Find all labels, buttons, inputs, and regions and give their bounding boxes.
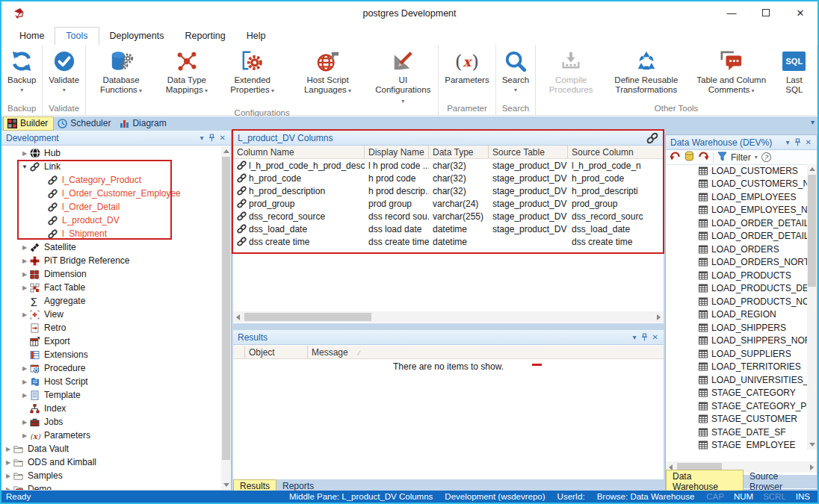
browser-item-load-orders-northwin[interactable]: LOAD_ORDERS_NORTHWIN [666,256,807,270]
menu-tab-help[interactable]: Help [236,28,276,45]
chevron-collapsed-icon[interactable]: ▶ [19,392,30,399]
view-tab-builder[interactable]: Builder [3,116,54,131]
menu-tab-reporting[interactable]: Reporting [174,28,235,45]
table-and-column-comments-button[interactable]: Table and Column Comments ▾ [689,46,774,96]
database-functions-button[interactable]: Database Functions ▾ [88,46,154,96]
tree-item-parameters[interactable]: ▶(x)Parameters [1,429,221,442]
tree-item-retro[interactable]: Retro [1,321,221,335]
tree-item-satellite[interactable]: ▶Satellite [1,240,221,254]
tree-item-l-product-dv[interactable]: L_product_DV [1,214,221,227]
refresh-forward-icon[interactable] [698,152,709,164]
view-tab-diagram[interactable]: Diagram [116,117,171,130]
browser-item-load-territories[interactable]: LOAD_TERRITORIES [666,361,807,374]
tree-item-data-vault[interactable]: ▶Data Vault [1,442,221,455]
tree-item-aggregate[interactable]: ∑Aggregate [1,294,221,308]
tree-item-index[interactable]: Index [1,402,221,415]
browser-item-load-region[interactable]: LOAD_REGION [666,308,807,322]
tree-item-hub[interactable]: ▶Hub [1,146,221,160]
menu-tab-home[interactable]: Home [9,28,55,45]
tree-item-dimension[interactable]: ▶Dimension [1,267,221,281]
grid-column-source-table[interactable]: Source Table [489,146,568,158]
tree-item-demo[interactable]: ▶Demo [1,482,221,490]
results-column-message[interactable]: Message∕ [308,346,664,358]
pane-options-chevron-icon[interactable]: ▾ [811,118,815,126]
panel-dropdown-icon[interactable]: ▾ [631,333,639,341]
grid-column-source-column[interactable]: Source Column [568,146,664,158]
chevron-collapsed-icon[interactable]: ▶ [19,379,30,385]
chevron-expanded-icon[interactable]: ▼ [19,164,30,170]
filter-dropdown-icon[interactable]: ▾ [755,154,758,161]
data-type-mappings-button[interactable]: Data Type Mappings ▾ [154,46,220,96]
panel-dropdown-icon[interactable]: ▾ [784,138,792,146]
chevron-collapsed-icon[interactable]: ▶ [19,311,30,318]
chevron-collapsed-icon[interactable]: ▶ [19,365,30,372]
chevron-collapsed-icon[interactable]: ▶ [3,446,13,452]
browser-item-load-customers[interactable]: LOAD_CUSTOMERS [666,164,807,178]
tree-item-l-order-customer-employee[interactable]: l_Order_Customer_Employee [1,187,221,200]
tree-item-l-shipment[interactable]: l_Shipment [1,227,221,240]
browser-item-load-shippers-northw[interactable]: LOAD_SHIPPERS_NORTHW [666,335,807,348]
browser-vertical-scrollbar[interactable] [807,164,817,449]
browser-item-load-products[interactable]: LOAD_PRODUCTS [666,269,807,282]
tree-item-template[interactable]: ▶Template [1,388,221,402]
chevron-collapsed-icon[interactable]: ▶ [19,271,30,278]
tree-item-view[interactable]: ▶View [1,308,221,321]
tree-item-link[interactable]: ▼Link [1,160,221,173]
browser-item-stage-date-sf[interactable]: STAGE_DATE_SF [666,426,807,439]
table-row[interactable]: dss_record_sourcedss record sou...varcha… [233,210,664,223]
panel-close-icon[interactable]: ✕ [803,138,814,146]
browser-item-load-order-details-no[interactable]: LOAD_ORDER_DETAILS_NO [666,230,807,243]
table-row[interactable]: dss_load_datedss load datedatetimestage_… [233,223,664,235]
backup-button[interactable]: Backup▾ [4,46,40,93]
tree-item-l-order-detail[interactable]: l_Order_Detail [1,200,221,214]
tree-item-jobs[interactable]: ▶Jobs [1,415,221,429]
browser-item-stage-category-produ[interactable]: STAGE_CATEGORY_PRODU [666,399,807,413]
browser-item-load-universities-api[interactable]: LOAD_UNIVERSITIES_API [666,373,807,387]
define-reusable-transformations-button[interactable]: Define Reusable Transformations [604,46,689,94]
panel-close-icon[interactable]: ✕ [217,134,228,142]
browser-item-stage-employee[interactable]: STAGE_EMPLOYEE [666,439,807,450]
browser-item-load-products-north[interactable]: LOAD_PRODUCTS_NORTH [666,295,807,308]
browser-item-load-employees[interactable]: LOAD_EMPLOYEES [666,190,807,204]
tree-item-extensions[interactable]: Extensions [1,348,221,361]
ui-configurations-button[interactable]: UI Configurations ▾ [370,46,436,107]
chevron-collapsed-icon[interactable]: ▶ [19,284,30,291]
tree-item-pit-bridge-reference[interactable]: ▶PiT Bridge Reference [1,254,221,267]
browser-item-load-order-details[interactable]: LOAD_ORDER_DETAILS [666,217,807,230]
tree-item-l-category-product[interactable]: l_Category_Product [1,173,221,187]
validate-button[interactable]: Validate▾ [45,46,83,93]
panel-pin-icon[interactable] [792,138,803,146]
chevron-collapsed-icon[interactable]: ▶ [19,258,30,264]
tree-item-export[interactable]: Export [1,335,221,348]
filter-icon[interactable] [717,152,727,164]
table-row[interactable]: h_prod_codeh prod codechar(32)stage_prod… [233,172,664,184]
chevron-collapsed-icon[interactable]: ▶ [19,419,30,426]
chevron-collapsed-icon[interactable]: ▶ [19,432,30,439]
panel-dropdown-icon[interactable]: ▾ [198,134,206,142]
extended-properties-button[interactable]: Extended Properties ▾ [220,46,285,96]
grid-column-column-name[interactable]: Column Name [233,146,365,158]
chevron-collapsed-icon[interactable]: ▶ [19,150,30,157]
table-row[interactable]: h_prod_descriptionh prod descrip...char(… [233,184,664,197]
search-button[interactable]: Search▾ [498,46,533,93]
panel-pin-icon[interactable] [639,333,650,341]
chevron-collapsed-icon[interactable]: ▶ [3,473,13,479]
browser-item-load-employees-north[interactable]: LOAD_EMPLOYEES_NORTH [666,204,807,217]
browser-item-stage-customer[interactable]: STAGE_CUSTOMER [666,413,807,426]
refresh-back-icon[interactable] [670,152,681,164]
tree-item-host-script[interactable]: ▶Host Script [1,375,221,388]
chevron-collapsed-icon[interactable]: ▶ [3,459,13,466]
tree-item-samples[interactable]: ▶Samples [1,469,221,482]
grid-column-data-type[interactable]: Data Type [429,146,489,158]
browser-item-load-shippers[interactable]: LOAD_SHIPPERS [666,321,807,335]
host-script-languages-button[interactable]: Host Script Languages ▾ [285,46,371,96]
table-row[interactable]: dss create timedss create timedatetimeds… [233,235,664,248]
tree-item-procedure[interactable]: ▶Procedure [1,361,221,375]
tree-vertical-scrollbar[interactable] [221,146,231,490]
browser-item-stage-category[interactable]: STAGE_CATEGORY [666,387,807,400]
view-tab-scheduler[interactable]: Scheduler [54,117,116,130]
parameters-button[interactable]: (x)Parameters [441,46,492,85]
chevron-collapsed-icon[interactable]: ▶ [3,486,13,491]
tree-item-fact-table[interactable]: ▶Fact Table [1,281,221,294]
menu-tab-deployments[interactable]: Deployments [99,28,175,45]
